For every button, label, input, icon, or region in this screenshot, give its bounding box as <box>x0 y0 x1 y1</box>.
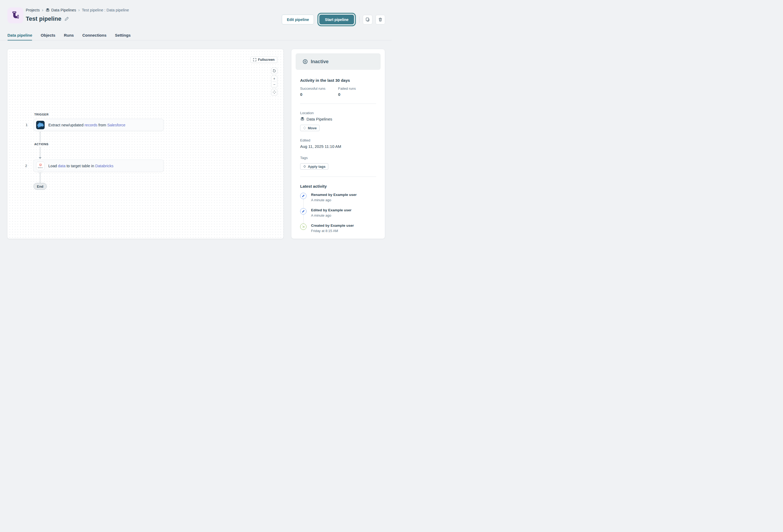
page-title: Test pipeline <box>26 15 61 22</box>
pan-icon <box>273 90 276 94</box>
location-label: Location <box>300 111 376 115</box>
action-node-databricks[interactable]: databricks Load data to target table in … <box>33 160 164 172</box>
details-panel: Inactive Activity in the last 30 days Su… <box>291 49 385 239</box>
apply-tags-button[interactable]: Apply tags <box>300 163 328 170</box>
actions-section-label: ACTIONS <box>34 142 49 146</box>
databricks-link[interactable]: Databricks <box>95 164 114 168</box>
fullscreen-label: Fullscreen <box>258 58 275 62</box>
pencil-icon <box>300 193 307 199</box>
activity-time: Friday at 8:15 AM <box>311 229 354 233</box>
activity-item: Created by Example user Friday at 8:15 A… <box>300 224 376 233</box>
chevron-right-icon: › <box>42 8 43 12</box>
edge-connector <box>40 131 40 142</box>
tab-runs[interactable]: Runs <box>64 33 74 41</box>
activity-time: A minute ago <box>311 213 351 218</box>
tags-label: Tags <box>300 156 376 160</box>
zoom-controls: + − <box>271 76 277 87</box>
end-node[interactable]: End <box>33 183 47 190</box>
trigger-node-label: Extract new/updated records from Salesfo… <box>48 123 125 127</box>
status-text: Inactive <box>311 59 328 65</box>
successful-runs-value: 0 <box>300 92 338 97</box>
salesforce-link[interactable]: Salesforce <box>107 123 126 127</box>
tab-settings[interactable]: Settings <box>115 33 131 41</box>
chevron-right-icon: › <box>79 8 80 12</box>
edited-label: Edited <box>300 138 376 142</box>
salesforce-icon: salesforce <box>36 121 44 129</box>
svg-text:databricks: databricks <box>38 167 43 168</box>
activity-item: Edited by Example user A minute ago <box>300 208 376 218</box>
delete-button[interactable] <box>376 15 385 25</box>
latest-activity-heading: Latest activity <box>300 184 376 189</box>
tab-data-pipeline[interactable]: Data pipeline <box>7 33 32 41</box>
title-row: Test pipeline <box>26 15 69 22</box>
activity-item: Renamed by Example user A minute ago <box>300 193 376 202</box>
failed-runs-value: 0 <box>338 92 376 97</box>
apply-tags-label: Apply tags <box>308 165 325 169</box>
fullscreen-button[interactable]: Fullscreen <box>250 57 277 63</box>
tab-connections[interactable]: Connections <box>82 33 106 41</box>
activity-timeline: Renamed by Example user A minute ago Edi… <box>300 193 376 233</box>
records-link[interactable]: records <box>85 123 97 127</box>
layers-icon <box>45 8 50 12</box>
start-pipeline-button[interactable]: Start pipeline <box>319 14 354 25</box>
databricks-icon: databricks <box>36 162 44 170</box>
fullscreen-icon <box>253 58 256 61</box>
status-badge: Inactive <box>295 53 381 70</box>
activity-time: A minute ago <box>311 198 357 202</box>
trigger-section-label: TRIGGER <box>34 113 49 116</box>
activity-title: Renamed by Example user <box>311 193 357 197</box>
pipeline-canvas[interactable]: TRIGGER 1 salesforce Extract new/updated… <box>7 49 284 239</box>
copy-icon <box>366 17 370 22</box>
pipeline-app-icon <box>7 7 23 23</box>
pencil-icon <box>300 208 307 214</box>
data-link[interactable]: data <box>58 164 65 168</box>
location-value[interactable]: Data Pipelines <box>307 117 332 121</box>
move-label: Move <box>308 126 317 130</box>
inactive-target-icon <box>303 59 308 64</box>
zoom-in-button[interactable]: + <box>272 76 277 81</box>
pipe-icon <box>10 10 21 21</box>
breadcrumb: Projects › Data Pipelines › Test pipelin… <box>26 7 129 13</box>
divider <box>300 103 376 104</box>
breadcrumb-projects[interactable]: Projects <box>26 8 39 12</box>
tab-objects[interactable]: Objects <box>41 33 55 41</box>
tabs-divider <box>0 40 392 40</box>
layers-icon <box>300 117 305 121</box>
failed-runs-label: Failed runs <box>338 87 376 91</box>
duplicate-button[interactable] <box>363 15 372 25</box>
sparkles-icon <box>300 224 307 230</box>
step-number: 2 <box>23 164 27 168</box>
activity-title: Edited by Example user <box>311 208 351 212</box>
trigger-node-salesforce[interactable]: salesforce Extract new/updated records f… <box>33 119 164 131</box>
header-actions: Edit pipeline Start pipeline <box>282 14 385 25</box>
breadcrumb-current: Test pipeline : Data pipeline <box>82 8 129 12</box>
tag-icon <box>303 165 306 168</box>
runs-stats: Successful runs 0 Failed runs 0 <box>300 87 376 97</box>
pan-button[interactable] <box>271 89 277 95</box>
breadcrumb-parent[interactable]: Data Pipelines <box>51 8 76 12</box>
zoom-out-button[interactable]: − <box>272 82 277 87</box>
step-number: 1 <box>24 123 28 127</box>
move-button[interactable]: Move <box>300 125 319 131</box>
activity-heading: Activity in the last 30 days <box>300 78 376 82</box>
edge-arrowhead <box>39 157 41 159</box>
action-node-label: Load data to target table in Databricks <box>48 164 114 168</box>
svg-text:salesforce: salesforce <box>38 125 42 126</box>
divider <box>300 176 376 177</box>
edited-value: Aug 11, 2025 11:10 AM <box>300 144 341 149</box>
successful-runs-label: Successful runs <box>300 87 338 91</box>
trash-icon <box>378 18 382 22</box>
edit-pipeline-button[interactable]: Edit pipeline <box>282 14 314 25</box>
edge-connector <box>40 147 40 157</box>
reset-zoom-button[interactable] <box>271 68 277 74</box>
tab-bar: Data pipeline Objects Runs Connections S… <box>7 33 131 41</box>
reset-zoom-icon <box>273 69 276 73</box>
panel-content: Activity in the last 30 days Successful … <box>295 78 381 233</box>
edge-connector <box>40 172 40 183</box>
activity-title: Created by Example user <box>311 224 354 228</box>
edit-title-pencil-icon[interactable] <box>65 17 69 21</box>
move-icon <box>303 126 306 130</box>
